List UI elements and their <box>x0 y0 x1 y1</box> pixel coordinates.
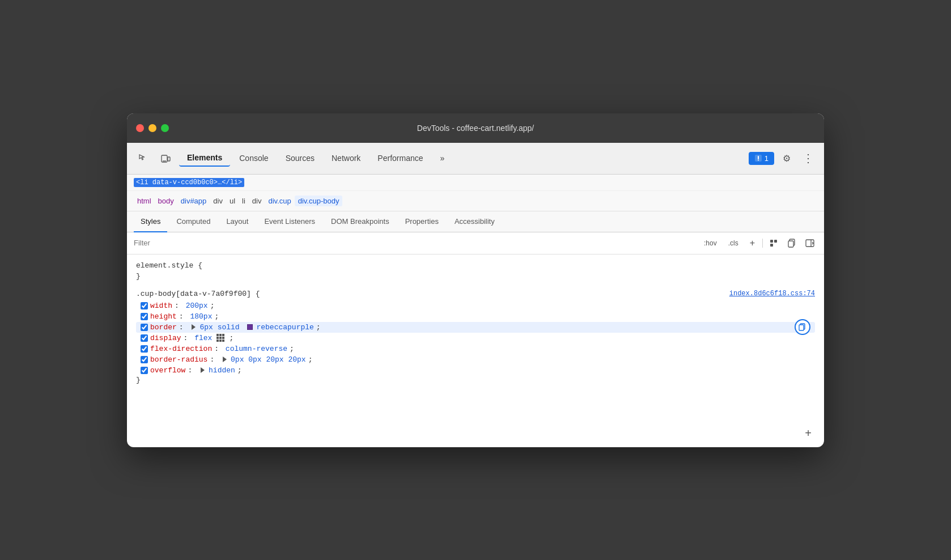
flex-direction-value[interactable]: column-reverse <box>226 345 287 353</box>
breadcrumb-li[interactable]: li <box>239 196 249 206</box>
subtab-properties[interactable]: Properties <box>398 211 445 232</box>
svg-point-4 <box>758 160 759 161</box>
traffic-lights <box>136 124 169 132</box>
width-value[interactable]: 200px <box>186 302 208 310</box>
svg-rect-9 <box>788 241 793 247</box>
breadcrumb: html body div#app div ul li div div.cup … <box>127 191 824 211</box>
element-style-block: element.style { } <box>136 261 815 281</box>
subtab-dom-breakpoints[interactable]: DOM Breakpoints <box>324 211 396 232</box>
border-radius-checkbox[interactable] <box>141 356 148 363</box>
styles-panel: element.style { } .cup-body[data-v-7a0f9… <box>127 254 824 400</box>
main-tabs: Elements Console Sources Network Perform… <box>179 150 744 167</box>
element-style-selector: element.style { <box>136 261 202 270</box>
more-options-button[interactable]: ⋮ <box>799 149 817 167</box>
breadcrumb-div[interactable]: div <box>210 196 226 206</box>
subtab-styles[interactable]: Styles <box>134 211 167 232</box>
css-prop-border: border: 6px solid rebeccapurple; <box>136 322 815 333</box>
cup-body-file-ref[interactable]: index.8d6c6f18.css:74 <box>729 290 815 298</box>
hov-button[interactable]: :hov <box>700 237 721 249</box>
cup-body-selector-line: .cup-body[data-v-7a0f9f00] { index.8d6c6… <box>136 290 815 298</box>
overflow-checkbox[interactable] <box>141 367 148 374</box>
breadcrumb-ul[interactable]: ul <box>226 196 239 206</box>
tab-network[interactable]: Network <box>324 150 368 166</box>
breadcrumb-div2[interactable]: div <box>249 196 265 206</box>
breadcrumb-div-cup-body[interactable]: div.cup-body <box>295 196 343 206</box>
border-radius-prop-name[interactable]: border-radius <box>150 355 207 364</box>
width-checkbox[interactable] <box>141 302 148 309</box>
issues-badge-button[interactable]: 1 <box>749 152 774 165</box>
border-checkbox[interactable] <box>141 324 148 331</box>
element-style-selector-line: element.style { <box>136 261 815 270</box>
close-button[interactable] <box>136 124 144 132</box>
subtab-computed[interactable]: Computed <box>169 211 217 232</box>
svg-rect-6 <box>774 240 777 243</box>
breadcrumb-div-app[interactable]: div#app <box>177 196 210 206</box>
maximize-button[interactable] <box>161 124 169 132</box>
overflow-value[interactable]: hidden <box>209 366 235 375</box>
more-tabs-button[interactable]: » <box>432 150 453 166</box>
width-prop-name[interactable]: width <box>150 302 172 310</box>
window-title: DevTools - coffee-cart.netlify.app/ <box>417 124 534 133</box>
border-value-text[interactable]: 6px solid <box>199 323 244 332</box>
devtools-window: DevTools - coffee-cart.netlify.app/ Elem… <box>127 113 824 447</box>
cls-button[interactable]: .cls <box>724 237 742 249</box>
tab-console[interactable]: Console <box>231 150 276 166</box>
issues-count: 1 <box>765 154 769 163</box>
selected-element-tag[interactable]: <li data-v-ccd0b0c0>…</li> <box>134 178 244 187</box>
overflow-triangle[interactable] <box>201 367 205 373</box>
device-toolbar-button[interactable] <box>156 149 175 167</box>
toggle-sidebar-button[interactable] <box>803 236 817 251</box>
svg-rect-10 <box>806 240 814 247</box>
border-prop-name[interactable]: border <box>150 323 177 332</box>
settings-button[interactable]: ⚙ <box>778 149 796 167</box>
subtab-layout[interactable]: Layout <box>219 211 255 232</box>
filter-input[interactable] <box>134 239 695 247</box>
svg-rect-5 <box>770 240 773 243</box>
tab-elements[interactable]: Elements <box>179 150 230 167</box>
height-prop-name[interactable]: height <box>150 312 177 321</box>
css-prop-flex-direction: flex-direction: column-reverse; <box>136 343 815 354</box>
height-checkbox[interactable] <box>141 313 148 320</box>
display-checkbox[interactable] <box>141 334 148 342</box>
inspect-element-button[interactable] <box>134 149 152 167</box>
copy-styles-button[interactable] <box>784 236 799 251</box>
overflow-prop-name[interactable]: overflow <box>150 366 185 375</box>
svg-rect-13 <box>799 325 804 330</box>
height-value[interactable]: 180px <box>190 312 212 321</box>
toolbar-right: 1 ⚙ ⋮ <box>749 149 817 167</box>
selected-element-line: <li data-v-ccd0b0c0>…</li> <box>127 175 824 191</box>
breadcrumb-html[interactable]: html <box>134 196 155 206</box>
subtabs-bar: Styles Computed Layout Event Listeners D… <box>127 211 824 232</box>
flex-direction-prop-name[interactable]: flex-direction <box>150 345 212 353</box>
css-prop-border-radius: border-radius: 0px 0px 20px 20px; <box>136 354 815 365</box>
width-colon: : <box>175 302 184 310</box>
tab-sources[interactable]: Sources <box>278 150 322 166</box>
display-prop-name[interactable]: display <box>150 334 181 342</box>
breadcrumb-div-cup[interactable]: div.cup <box>265 196 294 206</box>
css-prop-overflow: overflow: hidden; <box>136 365 815 376</box>
css-prop-display: display: flex ; <box>136 333 815 343</box>
border-color-name[interactable]: rebeccapurple <box>256 323 313 332</box>
css-prop-width: width: 200px; <box>136 300 815 311</box>
border-color-swatch[interactable] <box>247 324 253 330</box>
border-radius-value[interactable]: 0px 0px 20px 20px <box>231 355 306 364</box>
border-triangle[interactable] <box>192 324 196 330</box>
breadcrumb-body[interactable]: body <box>155 196 177 206</box>
forced-element-states-button[interactable] <box>766 236 781 251</box>
add-style-button[interactable]: + <box>746 236 759 250</box>
minimize-button[interactable] <box>148 124 156 132</box>
styles-panel-wrapper: element.style { } .cup-body[data-v-7a0f9… <box>127 254 824 447</box>
border-radius-triangle[interactable] <box>223 357 227 362</box>
subtab-accessibility[interactable]: Accessibility <box>448 211 502 232</box>
filter-separator <box>762 239 763 248</box>
display-value[interactable]: flex <box>194 334 212 342</box>
titlebar: DevTools - coffee-cart.netlify.app/ <box>127 113 824 143</box>
flex-grid-icon[interactable] <box>216 334 224 342</box>
cup-body-rule-block: .cup-body[data-v-7a0f9f00] { index.8d6c6… <box>136 290 815 384</box>
flex-direction-checkbox[interactable] <box>141 345 148 353</box>
tab-performance[interactable]: Performance <box>370 150 431 166</box>
cup-body-selector: .cup-body[data-v-7a0f9f00] { <box>136 290 260 298</box>
add-style-rule-button[interactable]: + <box>801 427 815 440</box>
css-prop-height: height: 180px; <box>136 311 815 322</box>
subtab-event-listeners[interactable]: Event Listeners <box>257 211 322 232</box>
